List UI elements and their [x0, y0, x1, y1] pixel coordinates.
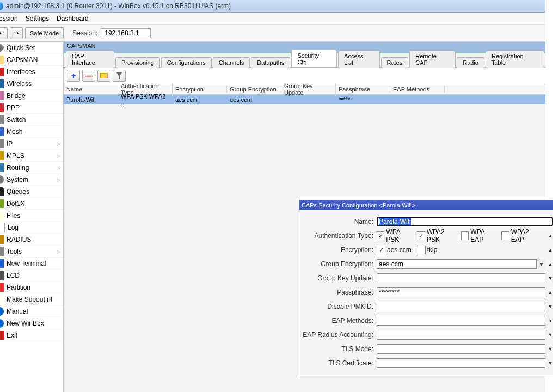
sidebar-item-label: Wireless: [7, 80, 32, 88]
checkbox-wpa2-psk[interactable]: [417, 231, 425, 240]
sidebar-item-radius[interactable]: RADIUS: [0, 234, 63, 246]
column-header[interactable]: EAP Methods: [390, 86, 445, 93]
cell-genc: aes ccm: [227, 96, 281, 103]
safe-mode-button[interactable]: Safe Mode: [25, 27, 64, 39]
menu-settings[interactable]: Settings: [26, 15, 49, 22]
sidebar-item-log[interactable]: Log: [0, 222, 63, 234]
tab-rates[interactable]: Rates: [381, 57, 409, 68]
sidebar-item-system[interactable]: System▷: [0, 174, 63, 186]
expand-icon[interactable]: ▼: [548, 360, 553, 366]
log-icon: [0, 223, 5, 232]
sidebar-item-bridge[interactable]: Bridge: [0, 90, 63, 102]
term-icon: [0, 259, 4, 268]
sidebar-item-ppp[interactable]: PPP: [0, 102, 63, 114]
sidebar-item-routing[interactable]: Routing▷: [0, 162, 63, 174]
tab-strip: CAP InterfaceProvisioningConfigurationsC…: [64, 53, 545, 68]
redo-button[interactable]: ↷: [10, 27, 23, 39]
sidebar-item-partition[interactable]: Partition: [0, 281, 63, 293]
menu-session[interactable]: Session: [0, 15, 18, 22]
sidebar-item-dot1x[interactable]: Dot1X: [0, 198, 63, 210]
checkbox-aes-ccm[interactable]: [377, 246, 385, 254]
expand-icon[interactable]: ▼: [548, 346, 553, 352]
tab-access-list[interactable]: Access List: [338, 51, 380, 68]
collapse-icon[interactable]: ▲: [548, 261, 553, 267]
add-button[interactable]: +: [67, 70, 80, 82]
expand-icon[interactable]: ▼: [548, 332, 553, 338]
tab-cap-interface[interactable]: CAP Interface: [66, 51, 114, 68]
column-header[interactable]: Name: [64, 86, 118, 93]
undo-button[interactable]: ↶: [0, 27, 8, 39]
sidebar-item-label: Queues: [7, 188, 29, 195]
sidebar-item-label: System: [7, 176, 28, 183]
tls-cert-input[interactable]: [377, 358, 545, 368]
sidebar-item-exit[interactable]: Exit: [0, 329, 63, 341]
tab-registration-table[interactable]: Registration Table: [486, 51, 544, 68]
sidebar-item-tools[interactable]: Tools▷: [0, 246, 63, 258]
checkbox-wpa-psk[interactable]: [377, 231, 384, 240]
submenu-icon: ▷: [57, 153, 60, 158]
sidebar-item-files[interactable]: Files: [0, 210, 63, 222]
tab-radio[interactable]: Radio: [457, 57, 484, 68]
tab-configurations[interactable]: Configurations: [161, 57, 212, 68]
sidebar-item-ip[interactable]: IP▷: [0, 138, 63, 150]
expand-icon[interactable]: ▼: [548, 304, 553, 309]
column-header[interactable]: Group Key Update: [281, 83, 336, 96]
wire-icon: [0, 79, 4, 88]
column-header[interactable]: Encryption: [173, 86, 227, 93]
checkbox-tkip[interactable]: [417, 246, 426, 254]
cell-pass: *****: [336, 96, 390, 103]
expand-icon[interactable]: ▼: [548, 275, 553, 281]
sidebar-item-new-terminal[interactable]: New Terminal: [0, 258, 63, 270]
sidebar-item-mpls[interactable]: MPLS▷: [0, 150, 63, 162]
group-key-update-input[interactable]: [377, 273, 545, 283]
remove-button[interactable]: —: [82, 70, 95, 82]
sidebar-item-quick-set[interactable]: Quick Set: [0, 42, 63, 54]
label-eap-radius: EAP Radius Accounting:: [303, 331, 377, 339]
table-row[interactable]: Parola-Wifi WPA PSK WPA2 ... aes ccm aes…: [64, 95, 545, 104]
sidebar-item-new-winbox[interactable]: New WinBox: [0, 317, 63, 329]
passphrase-input[interactable]: [377, 287, 545, 297]
supout-icon: [0, 295, 4, 304]
sidebar-item-make-supout-rif[interactable]: Make Supout.rif: [0, 293, 63, 305]
sidebar-item-switch[interactable]: Switch: [0, 114, 63, 126]
eap-radius-input[interactable]: [377, 330, 545, 340]
dropdown-icon[interactable]: ∓: [536, 259, 545, 269]
collapse-icon[interactable]: ▲: [548, 290, 553, 295]
tab-provisioning[interactable]: Provisioning: [115, 57, 160, 68]
sidebar-item-manual[interactable]: Manual: [0, 305, 63, 317]
tab-channels[interactable]: Channels: [213, 57, 250, 68]
column-header[interactable]: Passphrase: [336, 86, 390, 93]
disable-pmkid-input[interactable]: [377, 302, 545, 311]
collapse-icon[interactable]: ▲: [548, 247, 553, 253]
tab-remote-cap[interactable]: Remote CAP: [409, 51, 456, 68]
comment-button[interactable]: [97, 70, 110, 82]
tls-mode-input[interactable]: [377, 344, 545, 354]
caps-icon: [0, 56, 4, 64]
checkbox-wpa-eap[interactable]: [461, 231, 469, 240]
sidebar-item-label: Quick Set: [7, 44, 35, 52]
group-encryption-select[interactable]: [377, 259, 545, 269]
filter-button[interactable]: [113, 70, 126, 82]
name-input[interactable]: [377, 217, 553, 226]
collapse-icon[interactable]: ▲: [548, 233, 553, 238]
label-enc: Encryption:: [303, 246, 377, 254]
sidebar-item-wireless[interactable]: Wireless: [0, 78, 63, 90]
eap-methods-input[interactable]: [377, 316, 545, 326]
menu-dashboard[interactable]: Dashboard: [57, 15, 89, 22]
sidebar-item-capsman[interactable]: CAPsMAN: [0, 54, 63, 66]
dialog-form: Name: Authentication Type: WPA PSK WPA2 …: [303, 215, 553, 370]
dialog-title-bar[interactable]: CAPs Security Configuration <Parola-Wifi…: [299, 200, 553, 210]
sidebar-item-mesh[interactable]: Mesh: [0, 126, 63, 138]
tools-icon: [0, 247, 4, 256]
column-header[interactable]: Group Encryption: [227, 86, 281, 93]
updown-icon[interactable]: ♦: [548, 318, 553, 323]
part-icon: [0, 283, 4, 292]
tab-security-cfg-[interactable]: Security Cfg.: [291, 50, 337, 67]
tab-datapaths[interactable]: Datapaths: [251, 57, 290, 68]
sidebar-item-queues[interactable]: Queues: [0, 186, 63, 198]
sidebar-item-lcd[interactable]: LCD: [0, 270, 63, 281]
checkbox-wpa2-eap[interactable]: [501, 231, 509, 240]
cell-auth: WPA PSK WPA2 ...: [118, 93, 173, 106]
sidebar-item-label: Mesh: [7, 128, 22, 136]
sidebar-item-interfaces[interactable]: Interfaces: [0, 66, 63, 78]
